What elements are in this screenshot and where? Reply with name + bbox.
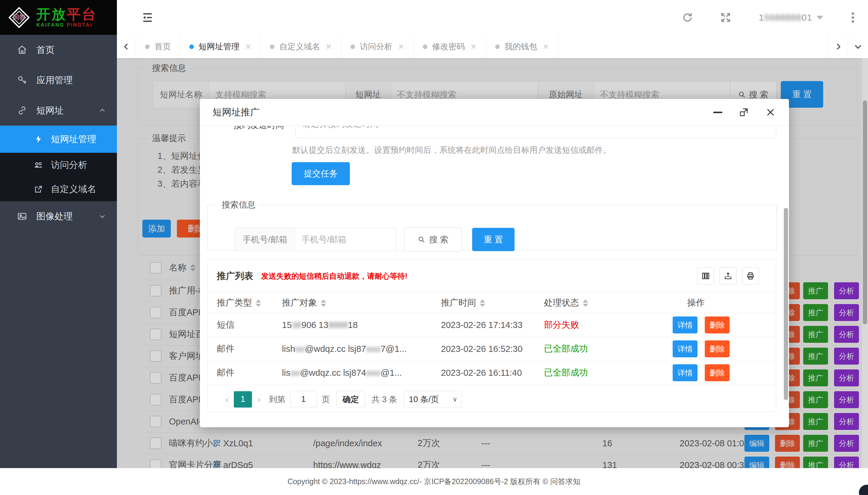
modal-search-legend: 搜索信息 bbox=[218, 199, 259, 210]
promotion-target: lishoo@wdqz.cc lsj87ooo7@1... bbox=[282, 344, 441, 354]
删除-button[interactable]: 删除 bbox=[705, 340, 730, 357]
sidebar-item-label: 短网址 bbox=[36, 104, 64, 117]
submit-task-label: 提交任务 bbox=[304, 168, 338, 180]
modal-search-input[interactable] bbox=[295, 228, 396, 251]
sidebar-collapse-icon[interactable] bbox=[141, 11, 154, 24]
sort-icon[interactable] bbox=[256, 300, 261, 307]
sidebar-item-应用管理[interactable]: 应用管理 bbox=[0, 65, 117, 95]
tab-close-icon[interactable]: ✕ bbox=[543, 42, 549, 51]
external-icon bbox=[34, 185, 43, 194]
tab-首页[interactable]: 首页 bbox=[136, 35, 180, 58]
kebab-menu-icon[interactable] bbox=[851, 12, 855, 23]
pagination: ‹ 1 › 到第 页 确定 共 3 条 10 条/页 ∨ bbox=[208, 387, 776, 411]
tab-dot-icon bbox=[350, 45, 355, 49]
maximize-icon[interactable] bbox=[739, 107, 749, 117]
sidebar-menu: 首页应用管理短网址短网址管理访问分析自定义域名图像处理 bbox=[0, 35, 117, 232]
redacted-text: ooo bbox=[366, 344, 381, 354]
modal-search-group: 手机号/邮箱 bbox=[235, 228, 396, 251]
minimize-icon[interactable] bbox=[713, 112, 722, 113]
promotion-list-warning: 发送失败的短信稍后自动退款，请耐心等待! bbox=[261, 271, 407, 281]
sidebar-item-图像处理[interactable]: 图像处理 bbox=[0, 201, 117, 232]
close-icon[interactable] bbox=[765, 107, 776, 117]
fullscreen-icon[interactable] bbox=[720, 12, 732, 23]
brand-en-red: PINGTAI bbox=[67, 22, 92, 28]
redacted-text: oo bbox=[290, 368, 300, 378]
page-next[interactable]: › bbox=[258, 394, 260, 405]
redacted-text: oo bbox=[295, 344, 305, 354]
tab-dot-icon bbox=[145, 45, 150, 49]
plain-text: 1 bbox=[759, 12, 764, 22]
删除-button[interactable]: 删除 bbox=[705, 317, 730, 334]
send-time-input[interactable]: 请选择预约发送时间 bbox=[295, 126, 776, 138]
modal-title: 短网址推广 bbox=[213, 106, 260, 119]
tab-close-icon[interactable]: ✕ bbox=[245, 42, 251, 51]
tab-我的钱包[interactable]: 我的钱包✕ bbox=[486, 35, 558, 58]
page-confirm-button[interactable]: 确定 bbox=[337, 391, 365, 408]
sidebar-item-短网址[interactable]: 短网址 bbox=[0, 95, 117, 125]
tabs-scroll-left[interactable] bbox=[117, 35, 136, 58]
sidebar-item-首页[interactable]: 首页 bbox=[0, 35, 117, 65]
详情-button[interactable]: 详情 bbox=[673, 317, 698, 334]
sort-icon[interactable] bbox=[583, 300, 588, 307]
tab-修改密码[interactable]: 修改密码✕ bbox=[414, 35, 486, 58]
modal-header: 短网址推广 bbox=[200, 99, 789, 126]
tabs-dropdown[interactable] bbox=[848, 35, 868, 58]
sort-icon[interactable] bbox=[480, 300, 485, 307]
users-icon bbox=[34, 160, 43, 169]
print-icon[interactable] bbox=[742, 268, 759, 285]
columns-icon[interactable] bbox=[697, 268, 714, 285]
redacted-text: 36 bbox=[292, 320, 301, 330]
详情-button[interactable]: 详情 bbox=[673, 340, 698, 357]
export-icon[interactable] bbox=[720, 268, 737, 285]
promotion-target: 1536906 13888818 bbox=[282, 320, 441, 330]
promotion-list-title: 推广列表 bbox=[217, 270, 253, 282]
plain-text: lish bbox=[282, 344, 295, 354]
modal-scrollbar[interactable] bbox=[784, 208, 788, 400]
tab-访问分析[interactable]: 访问分析✕ bbox=[341, 35, 414, 58]
tab-dot-icon bbox=[189, 45, 194, 49]
sidebar-item-访问分析[interactable]: 访问分析 bbox=[0, 153, 117, 177]
plain-text: 01 bbox=[802, 12, 812, 22]
logo: 问答 开放平台 KAIFANG PINGTAI bbox=[0, 0, 117, 35]
sort-icon[interactable] bbox=[321, 300, 326, 307]
删除-button[interactable]: 删除 bbox=[705, 364, 730, 381]
modal-search-panel: 搜索信息 手机号/邮箱 搜 索 重 置 bbox=[208, 199, 777, 251]
page-prev[interactable]: ‹ bbox=[225, 394, 228, 405]
page-size-select[interactable]: 10 条/页 ∨ bbox=[404, 391, 462, 408]
page-size-value: 10 条/页 bbox=[409, 394, 439, 405]
tab-close-icon[interactable]: ✕ bbox=[326, 42, 332, 51]
page-current[interactable]: 1 bbox=[234, 391, 252, 408]
image-icon bbox=[17, 211, 27, 221]
modal-reset-button[interactable]: 重 置 bbox=[472, 228, 514, 251]
tabs: 首页短网址管理✕自定义域名✕访问分析✕修改密码✕我的钱包✕ bbox=[136, 35, 558, 58]
tabs-scroll-right[interactable] bbox=[829, 35, 848, 58]
refresh-icon[interactable] bbox=[682, 12, 693, 23]
submit-task-button[interactable]: 提交任务 bbox=[292, 162, 350, 185]
top-header: 1568888801 bbox=[117, 0, 868, 35]
user-caret-icon bbox=[817, 16, 823, 20]
tab-自定义域名[interactable]: 自定义域名✕ bbox=[261, 35, 341, 58]
tab-label: 首页 bbox=[154, 41, 171, 52]
header-actions: 1568888801 bbox=[682, 12, 868, 23]
sidebar-item-label: 首页 bbox=[36, 44, 54, 56]
status-badge: 已全部成功 bbox=[544, 343, 673, 355]
page-scrollbar-track[interactable] bbox=[862, 58, 868, 468]
modal-search-button[interactable]: 搜 索 bbox=[404, 227, 462, 252]
tab-短网址管理[interactable]: 短网址管理✕ bbox=[180, 35, 261, 58]
row-actions: 详情删除 bbox=[673, 364, 776, 381]
sidebar-item-label: 应用管理 bbox=[36, 74, 73, 87]
brand-diamond-icon: 问答 bbox=[8, 6, 30, 29]
page-jump-input[interactable] bbox=[290, 391, 317, 408]
page-scrollbar-thumb[interactable] bbox=[863, 100, 867, 324]
username: 1568888801 bbox=[759, 12, 812, 23]
user-menu[interactable]: 1568888801 bbox=[759, 12, 823, 23]
status-badge: 已全部成功 bbox=[544, 367, 673, 379]
modal-search-button-label: 搜 索 bbox=[429, 234, 448, 245]
tab-close-icon[interactable]: ✕ bbox=[398, 42, 404, 51]
sidebar-item-短网址管理[interactable]: 短网址管理 bbox=[0, 125, 117, 153]
sidebar-item-自定义域名[interactable]: 自定义域名 bbox=[0, 177, 117, 201]
详情-button[interactable]: 详情 bbox=[673, 364, 698, 381]
footer-text: Copyright © 2023-https://www.wdqz.cc/- 京… bbox=[288, 477, 580, 487]
tab-close-icon[interactable]: ✕ bbox=[470, 42, 477, 51]
search-icon bbox=[417, 236, 426, 243]
